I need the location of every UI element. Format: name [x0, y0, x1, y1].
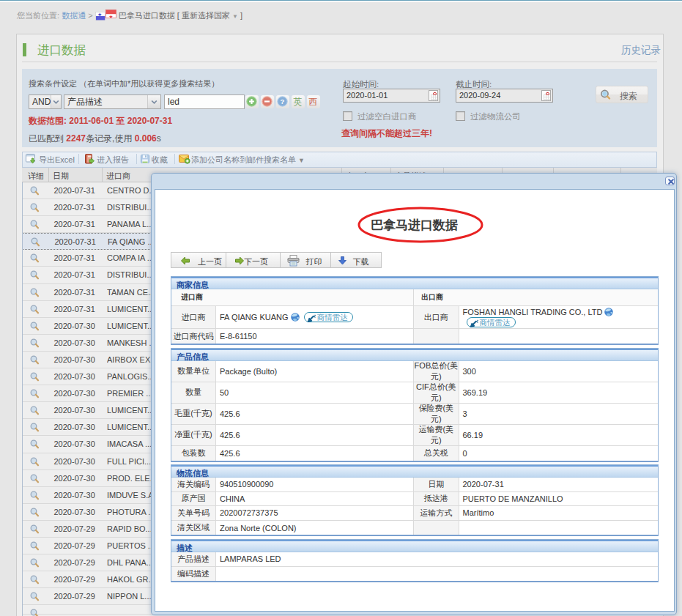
svg-text:?: ? [281, 97, 285, 105]
svg-text:★: ★ [108, 14, 113, 19]
svg-text:★: ★ [97, 12, 102, 17]
